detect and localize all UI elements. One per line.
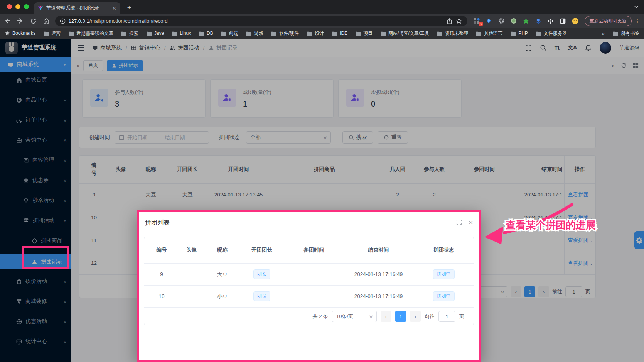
next-page-button[interactable]: › — [410, 311, 421, 322]
home-icon[interactable] — [40, 15, 52, 27]
col-nickname: 昵称 — [204, 237, 241, 263]
forward-icon[interactable] — [15, 15, 26, 27]
back-icon[interactable] — [2, 15, 13, 27]
annotation-highlight-box — [22, 246, 69, 269]
role-badge: 团长 — [253, 269, 270, 279]
bookmark-folder[interactable]: IDE — [332, 30, 347, 36]
tab-search-chevron-icon[interactable] — [634, 5, 639, 9]
col-end-time: 结束时间 — [345, 237, 412, 263]
all-bookmarks-folder[interactable]: 所有书签 — [613, 30, 639, 37]
group-list-dialog: 拼团列表 ✕ 编号 头像 昵称 开团团长 参团时间 结束时间 拼团状态 — [137, 210, 481, 362]
url-host: 127.0.0.1 — [69, 18, 89, 24]
favicon — [38, 5, 43, 11]
dialog-close-icon[interactable]: ✕ — [468, 219, 473, 226]
dialog-header: 拼团列表 ✕ — [139, 212, 479, 233]
bookmarks-bar: Bookmarks 运营 近期需要读的文章 搜索 Java Linux DB 前… — [0, 28, 644, 39]
col-avatar: 头像 — [179, 237, 204, 263]
url-path: /mall/promotion/combination/record — [89, 18, 168, 24]
bookmark-folder[interactable]: 文件服务器 — [536, 30, 567, 37]
ext-star-icon[interactable] — [522, 17, 530, 25]
dialog-header-row: 编号 头像 昵称 开团团长 参团时间 结束时间 拼团状态 — [144, 237, 474, 263]
ext-circle-icon[interactable] — [510, 17, 518, 25]
zoom-window-button[interactable] — [24, 4, 29, 9]
role-badge: 团员 — [253, 291, 270, 301]
chevron-down-icon: ∨ — [369, 314, 373, 319]
extensions-row: 6 — [473, 17, 579, 25]
bookmark-folder[interactable]: 游戏 — [246, 30, 263, 37]
divider — [609, 30, 609, 36]
goto-page-input[interactable] — [438, 311, 455, 322]
bookmark-star-icon[interactable] — [454, 16, 464, 25]
browser-menu-icon[interactable]: ⋮ — [635, 18, 640, 24]
share-icon[interactable] — [445, 16, 454, 25]
bookmarks-manager[interactable]: Bookmarks — [5, 30, 35, 36]
bookmark-folder[interactable]: 前端 — [221, 30, 238, 37]
browser-tab[interactable]: 芋道管理系统 - 拼团记录 ✕ — [34, 2, 120, 14]
ext-wheel-icon[interactable] — [497, 17, 505, 25]
dialog-row: 9 大豆 团长 2024-01-13 17:16:49 拼团中 — [144, 263, 474, 285]
window-controls[interactable] — [7, 4, 29, 9]
bookmark-folder[interactable]: 软件/硬件 — [271, 30, 299, 37]
bookmarks-overflow-chevron[interactable]: » — [602, 30, 605, 36]
prev-page-button[interactable]: ‹ — [381, 311, 391, 322]
minimize-window-button[interactable] — [15, 4, 20, 9]
ext-layers-icon[interactable] — [534, 17, 542, 25]
total-count: 共 2 条 — [313, 313, 328, 320]
ext-emoji-icon[interactable] — [572, 17, 579, 25]
ext-grid-icon[interactable]: 6 — [473, 17, 480, 25]
ext-puzzle-icon[interactable] — [547, 17, 555, 25]
bookmark-folder[interactable]: 搜索 — [121, 30, 138, 37]
site-info-icon[interactable] — [60, 18, 66, 24]
col-join-time: 参团时间 — [283, 237, 345, 263]
bookmark-folder[interactable]: Java — [146, 30, 164, 36]
bookmark-folder[interactable]: 运营 — [43, 30, 61, 37]
browser-toolbar: 127.0.0.1/mall/promotion/combination/rec… — [0, 14, 644, 28]
tab-close-icon[interactable]: ✕ — [112, 5, 116, 11]
admin-app: 芋道管理系统 商城系统 / 营销中心 / 拼团活动 / 拼团记录 Tt 文A 芋… — [0, 39, 644, 362]
reload-icon[interactable] — [27, 15, 39, 27]
bookmark-folder[interactable]: 近期需要读的文章 — [68, 30, 113, 37]
page-size-select[interactable]: 10条/页∨ — [332, 311, 377, 322]
dialog-table: 编号 头像 昵称 开团团长 参团时间 结束时间 拼团状态 9 大豆 团长 — [144, 237, 474, 308]
ext-gem-icon[interactable] — [485, 17, 493, 25]
bookmark-folder[interactable]: Linux — [172, 30, 191, 36]
status-badge: 拼团中 — [433, 269, 455, 279]
url-text[interactable]: 127.0.0.1/mall/promotion/combination/rec… — [69, 18, 445, 24]
dialog-row: 10 小豆 团员 2024-01-13 17:16:49 拼团中 — [144, 285, 474, 307]
url-bar[interactable]: 127.0.0.1/mall/promotion/combination/rec… — [55, 16, 467, 26]
col-status: 拼团状态 — [412, 237, 474, 263]
bookmark-folder[interactable]: 项目 — [355, 30, 373, 37]
current-page-button[interactable]: 1 — [395, 311, 406, 322]
dialog-pagination: 共 2 条 10条/页∨ ‹ 1 › 前往 页 — [144, 308, 474, 326]
tab-title: 芋道管理系统 - 拼团记录 — [46, 5, 109, 12]
page-unit-label: 页 — [459, 313, 464, 320]
col-id: 编号 — [144, 237, 179, 263]
relaunch-update-button[interactable]: 重新启动即可更新 — [585, 16, 632, 26]
bookmark-folder[interactable]: 资讯未整理 — [437, 30, 468, 37]
bookmark-folder[interactable]: 网站/博客/文章/工具 — [380, 30, 429, 37]
status-badge: 拼团中 — [433, 291, 455, 301]
goto-label: 前往 — [425, 313, 435, 320]
dialog-title: 拼团列表 — [145, 219, 170, 227]
dialog-fullscreen-icon[interactable] — [456, 219, 462, 226]
browser-tab-strip: 芋道管理系统 - 拼团记录 ✕ + — [0, 0, 644, 14]
bookmark-folder[interactable]: 其他语言 — [476, 30, 502, 37]
bookmark-folder[interactable]: PHP — [510, 30, 528, 36]
ext-frame-icon[interactable] — [559, 17, 567, 25]
ext-badge: 6 — [479, 22, 483, 26]
close-window-button[interactable] — [7, 4, 12, 9]
col-leader: 开团团长 — [241, 237, 283, 263]
bookmark-folder[interactable]: DB — [199, 30, 213, 36]
dialog-table-panel: 编号 头像 昵称 开团团长 参团时间 结束时间 拼团状态 9 大豆 团长 — [144, 237, 474, 325]
bookmark-folder[interactable]: 设计 — [307, 30, 324, 37]
new-tab-button[interactable]: + — [124, 3, 134, 13]
